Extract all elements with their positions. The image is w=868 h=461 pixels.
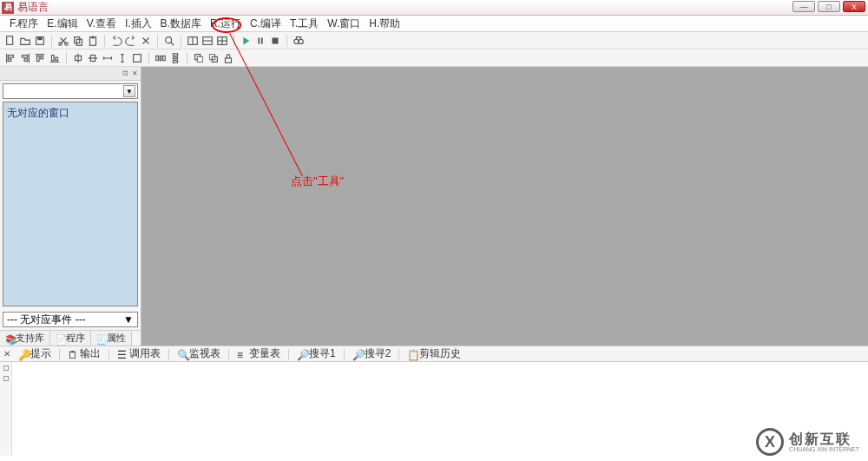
delete-icon[interactable] bbox=[139, 34, 153, 48]
cut-icon[interactable] bbox=[56, 34, 70, 48]
redo-icon[interactable] bbox=[124, 34, 138, 48]
layout-2-icon[interactable] bbox=[201, 34, 214, 48]
panel-pin-icon[interactable]: ⊡ bbox=[121, 69, 129, 78]
object-combo[interactable]: ▼ bbox=[3, 83, 138, 99]
stop-icon[interactable] bbox=[268, 34, 282, 48]
toolbar-row-1 bbox=[0, 32, 868, 49]
copy-icon[interactable] bbox=[71, 34, 85, 48]
output-tab-search1[interactable]: 🔎搜寻1 bbox=[293, 346, 339, 361]
svg-rect-30 bbox=[41, 56, 43, 59]
bring-front-icon[interactable] bbox=[192, 51, 206, 65]
same-height-icon[interactable] bbox=[115, 51, 129, 65]
svg-rect-23 bbox=[8, 55, 13, 57]
close-button[interactable]: X bbox=[843, 1, 865, 12]
app-title: 易语言 bbox=[17, 0, 49, 15]
svg-rect-2 bbox=[37, 36, 42, 40]
paste-icon[interactable] bbox=[86, 34, 100, 48]
svg-rect-42 bbox=[173, 53, 177, 56]
object-listbox[interactable]: 无对应的窗口 bbox=[3, 102, 138, 306]
doc-icon: 📄 bbox=[56, 334, 64, 343]
binoculars-icon[interactable] bbox=[292, 34, 306, 48]
chevron-down-icon[interactable]: ▼ bbox=[123, 313, 134, 326]
listbox-text: 无对应的窗口 bbox=[7, 107, 69, 119]
minimize-button[interactable]: — bbox=[792, 1, 815, 12]
watermark: X 创新互联 CHUANG XIN INTERNET bbox=[756, 428, 859, 456]
svg-rect-0 bbox=[7, 36, 13, 44]
menu-database[interactable]: B.数据库 bbox=[156, 16, 206, 32]
strip-dot[interactable] bbox=[3, 366, 9, 371]
output-tab-watch[interactable]: 🔍监视表 bbox=[174, 346, 224, 361]
output-tab-search2[interactable]: 🔎搜寻2 bbox=[349, 346, 395, 361]
maximize-button[interactable]: □ bbox=[818, 1, 840, 12]
event-combo[interactable]: --- 无对应事件 --- ▼ bbox=[3, 312, 138, 327]
output-tab-callstack[interactable]: ☰调用表 bbox=[114, 346, 164, 361]
align-right-icon[interactable] bbox=[18, 51, 32, 65]
svg-rect-19 bbox=[273, 37, 279, 43]
svg-point-20 bbox=[294, 39, 299, 43]
output-tab-hint[interactable]: 🔑提示 bbox=[15, 346, 55, 361]
dist-h-icon[interactable] bbox=[154, 51, 168, 65]
tab-support-lib[interactable]: 📚支持库 bbox=[0, 331, 50, 346]
undo-icon[interactable] bbox=[109, 34, 123, 48]
svg-rect-32 bbox=[52, 55, 55, 60]
align-bottom-icon[interactable] bbox=[48, 51, 62, 65]
menu-insert[interactable]: I.插入 bbox=[121, 16, 156, 32]
app-window: 易 易语言 — □ X F.程序 E.编辑 V.查看 I.插入 B.数据库 R.… bbox=[0, 0, 868, 461]
menu-edit[interactable]: E.编辑 bbox=[43, 16, 82, 32]
svg-point-21 bbox=[299, 39, 303, 43]
menu-tools[interactable]: T.工具 bbox=[286, 16, 323, 32]
svg-rect-46 bbox=[197, 56, 202, 62]
strip-dot[interactable] bbox=[3, 376, 9, 381]
svg-point-9 bbox=[166, 36, 172, 43]
svg-rect-38 bbox=[134, 54, 141, 62]
panel-close-icon[interactable]: ✕ bbox=[130, 69, 139, 78]
align-left-icon[interactable] bbox=[3, 51, 17, 65]
svg-rect-8 bbox=[91, 36, 95, 38]
workspace bbox=[141, 67, 868, 346]
titlebar: 易 易语言 — □ X bbox=[0, 0, 868, 16]
menu-program[interactable]: F.程序 bbox=[5, 16, 43, 32]
tab-properties[interactable]: 🧾属性 bbox=[91, 331, 132, 346]
chevron-down-icon[interactable]: ▼ bbox=[123, 85, 135, 97]
output-tab-vars[interactable]: ≡变量表 bbox=[233, 346, 284, 361]
same-width-icon[interactable] bbox=[101, 51, 115, 65]
pause-icon[interactable] bbox=[253, 34, 267, 48]
svg-rect-44 bbox=[173, 60, 177, 63]
new-file-icon[interactable] bbox=[3, 34, 17, 48]
output-strip bbox=[0, 362, 12, 456]
output-textarea[interactable] bbox=[12, 362, 868, 456]
left-panel-tabs: 📚支持库 📄程序 🧾属性 bbox=[0, 330, 141, 346]
menu-help[interactable]: H.帮助 bbox=[365, 16, 404, 32]
save-icon[interactable] bbox=[33, 34, 47, 48]
watermark-logo-icon: X bbox=[756, 428, 784, 456]
output-tab-output[interactable]: 🗒输出 bbox=[64, 346, 104, 361]
send-back-icon[interactable] bbox=[207, 51, 220, 65]
output-tab-clip[interactable]: 📋剪辑历史 bbox=[404, 346, 464, 361]
main-area: ⊡ ✕ ▼ 无对应的窗口 --- 无对应事件 --- ▼ 📚支持库 📄程序 🧾属… bbox=[0, 67, 868, 346]
window-buttons: — □ X bbox=[792, 1, 865, 12]
center-v-icon[interactable] bbox=[86, 51, 100, 65]
output-close-icon[interactable]: ✕ bbox=[3, 349, 12, 359]
tab-program[interactable]: 📄程序 bbox=[50, 331, 91, 346]
svg-rect-40 bbox=[160, 56, 161, 60]
menubar: F.程序 E.编辑 V.查看 I.插入 B.数据库 R.运行 C.编译 T.工具… bbox=[0, 16, 868, 32]
dist-v-icon[interactable] bbox=[168, 51, 182, 65]
layout-3-icon[interactable] bbox=[215, 34, 229, 48]
center-h-icon[interactable] bbox=[71, 51, 85, 65]
doc-icon: 🗒 bbox=[68, 349, 78, 359]
lock-icon[interactable] bbox=[221, 51, 235, 65]
menu-window[interactable]: W.窗口 bbox=[323, 16, 365, 32]
layout-1-icon[interactable] bbox=[186, 34, 200, 48]
find-icon[interactable] bbox=[162, 34, 176, 48]
var-icon: ≡ bbox=[237, 349, 247, 359]
menu-compile[interactable]: C.编译 bbox=[246, 16, 286, 32]
svg-rect-24 bbox=[8, 58, 11, 61]
open-file-icon[interactable] bbox=[18, 34, 32, 48]
svg-rect-18 bbox=[261, 37, 263, 43]
same-size-icon[interactable] bbox=[130, 51, 144, 65]
menu-view[interactable]: V.查看 bbox=[82, 16, 121, 32]
book-icon: 📚 bbox=[5, 334, 14, 343]
run-icon[interactable] bbox=[239, 34, 253, 48]
align-top-icon[interactable] bbox=[33, 51, 47, 65]
props-icon: 🧾 bbox=[96, 334, 105, 343]
